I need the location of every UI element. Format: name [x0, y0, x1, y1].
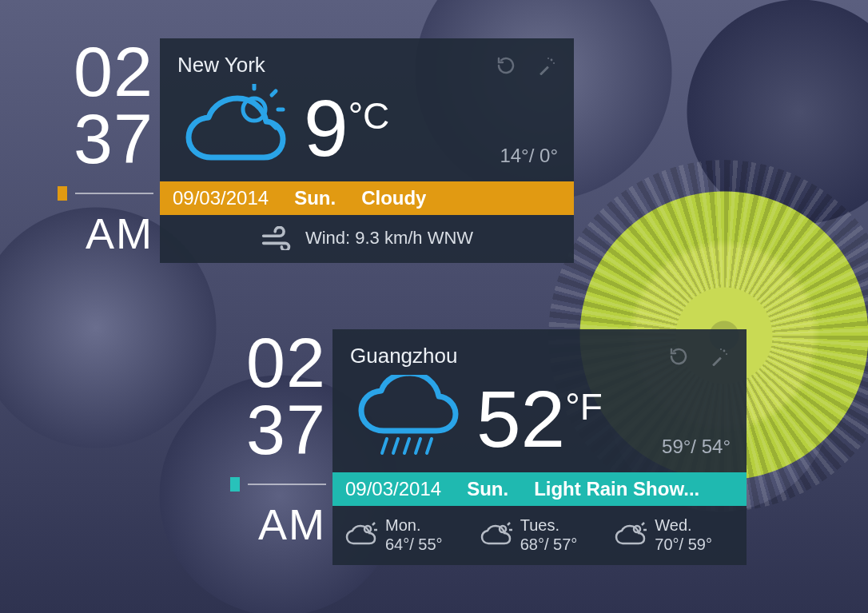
temp-unit: °F: [565, 385, 603, 428]
clock-hours: 02: [230, 329, 326, 396]
partly-cloudy-icon: [177, 84, 289, 172]
clock: 02 37 AM: [230, 329, 332, 565]
partly-cloudy-small-icon: [615, 521, 647, 548]
forecast-hilo: 68°/ 57°: [520, 535, 578, 554]
high-low: 14°/ 0°: [500, 145, 558, 172]
magic-wand-icon[interactable]: [534, 54, 558, 78]
svg-line-14: [393, 439, 398, 453]
date: 09/03/2014: [345, 478, 441, 500]
accent-tick: [230, 477, 240, 492]
wind-icon: [261, 225, 293, 252]
weather-widget-guangzhou: 02 37 AM Guangzhou: [230, 329, 747, 565]
clock-minutes: 37: [230, 396, 326, 464]
svg-line-13: [382, 439, 387, 453]
date-condition-bar: 09/03/2014 Sun. Cloudy: [160, 181, 574, 215]
current-conditions: 52 °F 59°/ 54°: [332, 375, 747, 472]
refresh-icon[interactable]: [667, 344, 691, 368]
temp-low: 0°: [540, 145, 558, 166]
temp-unit: °C: [348, 94, 390, 137]
city-name: Guangzhou: [350, 344, 651, 368]
svg-point-12: [720, 348, 722, 350]
weekday: Sun.: [294, 187, 336, 209]
condition-text: Light Rain Show...: [534, 478, 699, 500]
forecast-day: Mon. 64°/ 55°: [345, 515, 464, 554]
rain-icon: [350, 375, 462, 463]
high-low: 59°/ 54°: [662, 436, 731, 463]
svg-rect-0: [540, 66, 549, 75]
svg-point-11: [726, 353, 727, 355]
forecast-day: Wed. 70°/ 59°: [615, 515, 734, 554]
wind-text: Wind: 9.3 km/h WNW: [305, 228, 473, 249]
temperature: 52 °F: [476, 379, 603, 459]
temp-low: 54°: [702, 436, 731, 457]
clock-ampm: AM: [230, 500, 326, 549]
clock-minutes: 37: [58, 105, 153, 173]
forecast-day-name: Tues.: [520, 515, 578, 535]
svg-line-25: [642, 523, 644, 525]
svg-line-16: [416, 439, 420, 453]
date-condition-bar: 09/03/2014 Sun. Light Rain Show...: [332, 472, 747, 506]
weekday: Sun.: [467, 478, 508, 500]
city-name: New York: [177, 53, 478, 78]
svg-line-15: [404, 439, 409, 453]
clock: 02 37 AM: [58, 38, 160, 263]
temp-value: 9: [304, 88, 348, 168]
date: 09/03/2014: [173, 187, 269, 209]
separator-line: [248, 484, 326, 485]
panel-header: New York: [160, 38, 574, 84]
temperature: 9 °C: [304, 88, 389, 168]
clock-separator: [58, 186, 153, 201]
svg-point-10: [723, 349, 726, 352]
condition-text: Cloudy: [361, 187, 426, 209]
forecast-day-name: Wed.: [655, 515, 712, 535]
refresh-icon[interactable]: [494, 54, 518, 78]
forecast-day-name: Mon.: [385, 515, 443, 535]
forecast-day: Tues. 68°/ 57°: [480, 515, 599, 554]
forecast-hilo: 64°/ 55°: [385, 535, 443, 554]
svg-line-17: [427, 439, 432, 453]
svg-point-3: [547, 58, 549, 59]
clock-ampm: AM: [58, 209, 153, 258]
forecast-row: Mon. 64°/ 55° Tues. 68°/ 57° Wed.: [332, 506, 747, 565]
forecast-text: Tues. 68°/ 57°: [520, 515, 578, 554]
forecast-text: Mon. 64°/ 55°: [385, 515, 443, 554]
clock-hours: 02: [58, 38, 153, 105]
forecast-hilo: 70°/ 59°: [655, 535, 712, 554]
svg-rect-9: [712, 356, 722, 366]
forecast-text: Wed. 70°/ 59°: [655, 515, 712, 554]
temp-high: 59°: [662, 436, 691, 457]
svg-point-2: [553, 62, 555, 64]
temp-high: 14°: [500, 145, 528, 166]
current-conditions: 9 °C 14°/ 0°: [160, 84, 574, 181]
panel-header: Guangzhou: [332, 329, 747, 375]
weather-panel: New York: [160, 38, 574, 263]
clock-separator: [230, 477, 326, 492]
wind-row: Wind: 9.3 km/h WNW: [160, 215, 574, 263]
svg-point-1: [551, 58, 553, 61]
weather-widget-newyork: 02 37 AM New York: [58, 38, 574, 263]
svg-line-22: [508, 523, 510, 525]
magic-wand-icon[interactable]: [707, 344, 731, 368]
partly-cloudy-small-icon: [345, 521, 377, 548]
partly-cloudy-small-icon: [480, 521, 512, 548]
accent-tick: [58, 186, 67, 201]
temp-value: 52: [476, 379, 565, 459]
weather-panel: Guangzhou: [332, 329, 747, 565]
svg-line-19: [372, 523, 375, 525]
svg-line-6: [272, 91, 276, 95]
separator-line: [75, 193, 153, 194]
